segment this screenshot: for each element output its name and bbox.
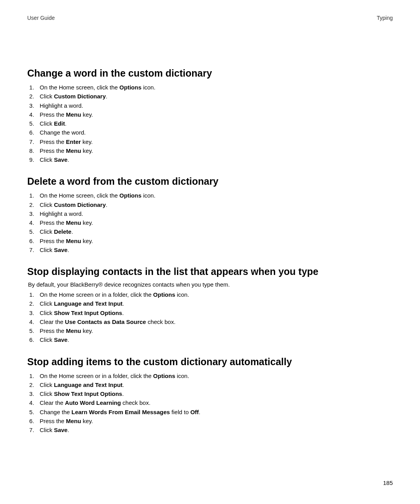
section-heading: Stop displaying contacts in the list tha…	[27, 266, 393, 277]
step-item: Click Language and Text Input.	[36, 299, 393, 308]
step-item: Press the Menu key.	[36, 236, 393, 245]
step-bold-text: Enter	[66, 138, 81, 145]
step-text: Click	[40, 336, 54, 343]
step-bold-text: Custom Dictionary	[54, 201, 106, 208]
step-text: check box.	[121, 399, 150, 406]
step-bold-text: Menu	[66, 238, 81, 244]
step-text: .	[72, 228, 73, 235]
section-block: Stop adding items to the custom dictiona…	[27, 356, 393, 435]
step-item: Click Show Text Input Options.	[36, 308, 393, 317]
step-text: Press the	[40, 238, 66, 244]
step-item: Click Save.	[36, 425, 393, 434]
step-text: .	[122, 300, 124, 307]
step-text: Press the	[40, 111, 66, 118]
steps-list: On the Home screen, click the Options ic…	[27, 83, 393, 164]
step-text: Click	[40, 382, 54, 388]
step-bold-text: Auto Word Learning	[65, 399, 121, 406]
step-text: Highlight a word.	[40, 210, 83, 217]
step-text: Click	[40, 310, 54, 316]
section-heading: Stop adding items to the custom dictiona…	[27, 356, 393, 368]
step-text: On the Home screen, click the	[40, 192, 119, 199]
step-text: .	[122, 310, 124, 316]
step-item: Change the Learn Words From Email Messag…	[36, 408, 393, 416]
step-text: check box.	[146, 318, 175, 325]
steps-list: On the Home screen, click the Options ic…	[27, 191, 393, 254]
step-bold-text: Options	[119, 84, 142, 91]
step-text: key.	[81, 111, 93, 118]
step-item: Click Save.	[36, 155, 393, 164]
step-bold-text: Use Contacts as Data Source	[65, 318, 146, 325]
step-bold-text: Options	[119, 192, 142, 199]
step-item: Press the Menu key.	[36, 326, 393, 335]
step-item: Press the Menu key.	[36, 110, 393, 119]
step-text: Clear the	[40, 399, 65, 406]
step-text: Click	[40, 156, 54, 163]
step-bold-text: Learn Words From Email Messages	[72, 409, 170, 415]
steps-list: On the Home screen or in a folder, click…	[27, 290, 393, 345]
step-bold-text: Off	[190, 409, 199, 415]
section-heading: Change a word in the custom dictionary	[27, 68, 393, 79]
step-item: Click Language and Text Input.	[36, 380, 393, 389]
step-item: Click Custom Dictionary.	[36, 200, 393, 209]
step-text: Clear the	[40, 318, 65, 325]
step-text: Press the	[40, 138, 66, 145]
step-item: Click Save.	[36, 245, 393, 254]
step-text: On the Home screen or in a folder, click…	[40, 291, 153, 298]
step-text: key.	[81, 238, 93, 244]
step-text: .	[106, 93, 107, 100]
step-item: On the Home screen, click the Options ic…	[36, 83, 393, 92]
step-item: Click Edit.	[36, 119, 393, 128]
step-bold-text: Language and Text Input	[54, 382, 122, 388]
step-text: Click	[40, 390, 54, 397]
step-bold-text: Menu	[66, 418, 81, 424]
step-text: .	[199, 409, 200, 415]
step-bold-text: Options	[153, 373, 175, 379]
step-text: icon.	[175, 291, 189, 298]
step-text: field to	[170, 409, 191, 415]
step-bold-text: Menu	[66, 327, 81, 334]
step-text: key.	[81, 138, 93, 145]
step-text: Click	[40, 300, 54, 307]
section-intro: By default, your BlackBerry® device reco…	[28, 281, 393, 288]
header-left: User Guide	[27, 15, 55, 21]
step-text: .	[122, 382, 124, 388]
steps-list: On the Home screen or in a folder, click…	[27, 371, 393, 435]
step-text: Highlight a word.	[40, 102, 83, 109]
step-item: Click Save.	[36, 335, 393, 344]
step-item: Press the Enter key.	[36, 137, 393, 146]
step-text: key.	[81, 219, 93, 226]
step-text: Click	[40, 120, 54, 127]
step-text: icon.	[142, 84, 156, 91]
step-text: Click	[40, 247, 54, 253]
step-bold-text: Language and Text Input	[54, 300, 122, 307]
section-block: Stop displaying contacts in the list tha…	[27, 266, 393, 345]
step-item: Clear the Auto Word Learning check box.	[36, 398, 393, 407]
sections-container: Change a word in the custom dictionaryOn…	[27, 68, 393, 434]
step-text: .	[68, 247, 69, 253]
step-bold-text: Custom Dictionary	[54, 93, 106, 100]
step-text: .	[68, 156, 69, 163]
step-text: key.	[81, 418, 93, 424]
step-text: .	[122, 390, 124, 397]
step-text: .	[65, 120, 66, 127]
step-bold-text: Options	[153, 291, 175, 298]
step-item: Press the Menu key.	[36, 218, 393, 227]
step-item: On the Home screen or in a folder, click…	[36, 371, 393, 380]
step-bold-text: Save	[54, 156, 68, 163]
step-item: On the Home screen or in a folder, click…	[36, 290, 393, 299]
step-text: Click	[40, 427, 54, 433]
step-item: Clear the Use Contacts as Data Source ch…	[36, 317, 393, 326]
step-text: On the Home screen or in a folder, click…	[40, 373, 153, 379]
step-item: Click Custom Dictionary.	[36, 92, 393, 101]
step-bold-text: Edit	[54, 120, 65, 127]
page-number: 185	[383, 480, 393, 486]
step-bold-text: Save	[54, 427, 68, 433]
step-item: Press the Menu key.	[36, 146, 393, 155]
header-right: Typing	[377, 15, 393, 21]
step-text: icon.	[175, 373, 189, 379]
step-text: Press the	[40, 219, 66, 226]
step-bold-text: Delete	[54, 228, 72, 235]
step-text: key.	[81, 327, 93, 334]
step-text: Click	[40, 228, 54, 235]
step-text: .	[68, 427, 69, 433]
